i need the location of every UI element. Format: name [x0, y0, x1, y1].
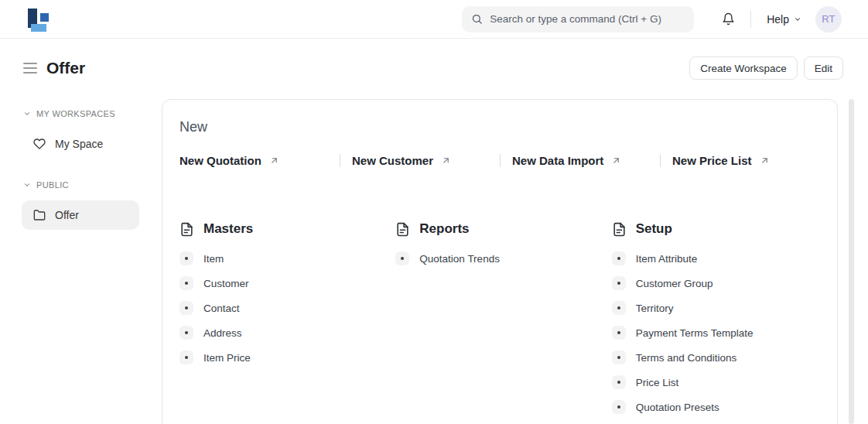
avatar-initials: RT	[822, 13, 836, 25]
bullet-icon	[612, 276, 626, 290]
page-header-left: Offer	[23, 59, 85, 77]
link-label: Customer Group	[636, 278, 713, 289]
links-column-setup: SetupItem AttributeCustomer GroupTerrito…	[612, 221, 820, 419]
app-logo[interactable]	[23, 7, 48, 32]
bullet-icon	[612, 326, 626, 340]
link-terms-and-conditions[interactable]: Terms and Conditions	[612, 345, 820, 370]
link-list: ItemCustomerContactAddressItem Price	[179, 246, 388, 370]
file-text-icon	[612, 222, 627, 237]
workspace-card: New New QuotationNew CustomerNew Data Im…	[162, 99, 838, 424]
search-icon	[471, 13, 483, 25]
sidebar-section-my-workspaces[interactable]: MY WORKSPACES	[22, 109, 139, 118]
link-label: Item Attribute	[636, 253, 698, 265]
sidebar-item-label: Offer	[55, 209, 79, 221]
shortcut-label: New Quotation	[179, 154, 261, 167]
bullet-icon	[395, 251, 409, 265]
bullet-icon	[612, 400, 626, 414]
link-item-price[interactable]: Item Price	[179, 345, 388, 370]
file-text-icon	[395, 222, 410, 237]
heart-icon	[33, 138, 46, 150]
notifications-button[interactable]	[719, 9, 738, 29]
column-title: Masters	[203, 221, 253, 237]
link-item[interactable]: Item	[179, 246, 388, 271]
link-price-list[interactable]: Price List	[612, 370, 820, 395]
link-label: Item Price	[203, 352, 251, 364]
link-label: Territory	[636, 303, 674, 314]
link-quotation-trends[interactable]: Quotation Trends	[395, 246, 603, 271]
new-section-title: New	[179, 119, 820, 135]
column-header-reports: Reports	[395, 221, 603, 237]
column-header-masters: Masters	[179, 221, 388, 237]
link-label: Customer	[203, 278, 249, 289]
arrow-up-right-icon	[760, 156, 770, 166]
shortcut-new-customer[interactable]: New Customer	[340, 154, 500, 167]
arrow-up-right-icon	[269, 156, 279, 166]
bullet-icon	[612, 350, 626, 364]
column-header-setup: Setup	[612, 221, 820, 237]
help-menu[interactable]: Help	[762, 10, 806, 29]
link-customer-group[interactable]: Customer Group	[612, 271, 820, 296]
arrow-up-right-icon	[441, 156, 451, 166]
logo-shape	[40, 13, 49, 22]
link-customer[interactable]: Customer	[179, 271, 388, 296]
link-label: Payment Terms Template	[636, 327, 754, 339]
edit-button[interactable]: Edit	[804, 56, 843, 80]
link-label: Quotation Trends	[419, 253, 500, 265]
chevron-down-icon	[794, 15, 801, 23]
global-search[interactable]	[462, 6, 694, 32]
shortcut-label: New Customer	[352, 154, 433, 167]
shortcut-new-price-list[interactable]: New Price List	[660, 154, 820, 167]
sidebar-item-my-space[interactable]: My Space	[22, 129, 139, 159]
search-input[interactable]	[490, 13, 685, 25]
sidebar-toggle-icon[interactable]	[23, 60, 37, 77]
page-title: Offer	[46, 59, 85, 77]
chevron-down-icon	[23, 181, 31, 189]
content: MY WORKSPACES My Space PUBLIC Offer New …	[0, 91, 868, 424]
avatar[interactable]: RT	[815, 6, 842, 32]
links-column-reports: ReportsQuotation Trends	[395, 221, 603, 419]
spacer	[22, 159, 139, 180]
navbar: Help RT	[0, 0, 868, 39]
shortcut-new-data-import[interactable]: New Data Import	[500, 154, 660, 167]
sidebar-section-public[interactable]: PUBLIC	[22, 180, 139, 190]
link-item-attribute[interactable]: Item Attribute	[612, 246, 820, 271]
shortcut-new-quotation[interactable]: New Quotation	[179, 154, 340, 167]
navbar-right: Help RT	[719, 6, 842, 32]
workspace-sidebar: MY WORKSPACES My Space PUBLIC Offer	[22, 91, 139, 230]
sidebar-section-label: PUBLIC	[36, 180, 69, 190]
link-contact[interactable]: Contact	[179, 296, 388, 320]
sidebar-item-offer[interactable]: Offer	[22, 200, 139, 230]
link-territory[interactable]: Territory	[612, 296, 820, 320]
bullet-icon	[179, 251, 193, 265]
logo-shape	[31, 24, 46, 32]
bullet-icon	[179, 301, 193, 315]
links-column-masters: MastersItemCustomerContactAddressItem Pr…	[179, 221, 388, 419]
link-list: Item AttributeCustomer GroupTerritoryPay…	[612, 246, 820, 419]
link-payment-terms-template[interactable]: Payment Terms Template	[612, 320, 820, 345]
sidebar-item-label: My Space	[55, 138, 103, 150]
file-text-icon	[179, 222, 194, 237]
link-label: Item	[203, 253, 224, 265]
link-list: Quotation Trends	[395, 246, 603, 271]
bell-icon	[722, 12, 735, 26]
create-workspace-button[interactable]: Create Workspace	[689, 56, 798, 80]
link-label: Terms and Conditions	[636, 352, 737, 364]
link-quotation-presets[interactable]: Quotation Presets	[612, 395, 820, 419]
folder-icon	[33, 209, 46, 221]
page-header-buttons: Create Workspace Edit	[689, 56, 843, 80]
shortcut-label: New Data Import	[512, 154, 603, 167]
arrow-up-right-icon	[611, 156, 621, 166]
sidebar-section-label: MY WORKSPACES	[36, 109, 115, 118]
link-label: Quotation Presets	[636, 402, 719, 413]
divider	[750, 11, 751, 28]
shortcuts-row: New QuotationNew CustomerNew Data Import…	[179, 154, 820, 167]
bullet-icon	[179, 276, 193, 290]
link-address[interactable]: Address	[179, 320, 388, 345]
link-label: Address	[203, 327, 242, 339]
link-label: Price List	[636, 377, 679, 388]
vertical-scrollbar[interactable]	[849, 99, 854, 424]
bullet-icon	[179, 326, 193, 340]
bullet-icon	[612, 251, 626, 265]
links-columns: MastersItemCustomerContactAddressItem Pr…	[179, 221, 820, 419]
bullet-icon	[612, 301, 626, 315]
